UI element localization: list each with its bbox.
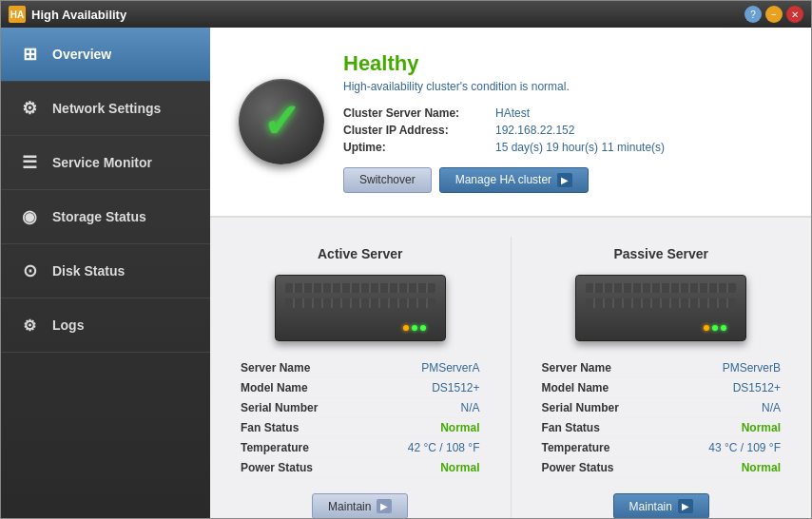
passive-name-value: PMServerB [723, 361, 781, 375]
minimize-button[interactable]: − [765, 6, 783, 23]
passive-model-row: Model Name DS1512+ [542, 378, 782, 398]
overview-icon [16, 41, 43, 67]
active-name-row: Server Name PMServerA [241, 358, 480, 378]
passive-fan-label: Fan Status [542, 421, 600, 434]
server-light-3 [420, 325, 426, 331]
switchover-button[interactable]: Switchover [343, 167, 432, 193]
passive-temp-label: Temperature [542, 441, 610, 454]
cluster-name-row: Cluster Server Name: HAtest [343, 106, 783, 120]
cluster-ip-label: Cluster IP Address: [343, 124, 495, 137]
health-icon-container: ✓ [239, 79, 324, 164]
content-area: ✓ Healthy High-availability cluster's co… [210, 28, 811, 518]
active-fan-label: Fan Status [241, 421, 299, 434]
active-server-title: Active Server [239, 246, 482, 261]
active-maintain-label: Maintain [328, 500, 371, 513]
window-title: High Availability [31, 8, 126, 22]
status-info: Healthy High-availability cluster's cond… [343, 51, 783, 193]
active-serial-value: N/A [460, 401, 479, 414]
help-button[interactable]: ? [744, 6, 762, 23]
active-temp-label: Temperature [241, 441, 309, 454]
passive-power-label: Power Status [542, 461, 614, 474]
active-power-label: Power Status [241, 461, 313, 474]
active-power-value: Normal [440, 461, 479, 474]
passive-server-light-1 [704, 325, 709, 331]
logs-icon [16, 312, 43, 338]
status-subtitle: High-availability cluster's condition is… [343, 80, 783, 93]
active-power-row: Power Status Normal [241, 458, 480, 478]
check-mark-icon: ✓ [261, 94, 301, 149]
sidebar-item-service[interactable]: Service Monitor [1, 136, 210, 190]
sidebar-item-storage[interactable]: Storage Status [1, 190, 210, 244]
action-buttons: Switchover Manage HA cluster ▶ [343, 167, 783, 193]
server-light-1 [403, 325, 409, 331]
passive-server-light-2 [712, 325, 718, 331]
titlebar: HA High Availability ? − ✕ [1, 1, 811, 28]
passive-model-value: DS1512+ [733, 381, 781, 394]
active-server-footer: Maintain ▶ [239, 493, 482, 518]
sidebar-item-network[interactable]: Network Settings [1, 82, 210, 136]
sidebar-item-network-label: Network Settings [52, 101, 161, 116]
active-name-value: PMServerA [421, 361, 479, 375]
passive-fan-value: Normal [742, 421, 781, 434]
main-content: Overview Network Settings Service Monito… [1, 28, 811, 518]
passive-serial-row: Serial Number N/A [542, 398, 782, 418]
active-temp-value: 42 °C / 108 °F [408, 441, 480, 454]
manage-arrow-icon: ▶ [557, 173, 572, 187]
active-maintain-button[interactable]: Maintain ▶ [312, 493, 408, 518]
storage-icon [16, 203, 43, 230]
uptime-label: Uptime: [343, 141, 495, 154]
cluster-ip-row: Cluster IP Address: 192.168.22.152 [343, 124, 783, 137]
active-fan-value: Normal [440, 421, 479, 434]
active-name-label: Server Name [241, 361, 310, 375]
passive-temp-row: Temperature 43 °C / 109 °F [542, 438, 782, 458]
passive-serial-label: Serial Number [542, 401, 619, 414]
status-title: Healthy [343, 51, 783, 76]
active-serial-row: Serial Number N/A [241, 398, 480, 418]
active-model-label: Model Name [241, 381, 308, 394]
close-button[interactable]: ✕ [786, 6, 803, 23]
passive-name-label: Server Name [542, 361, 611, 375]
disk-icon [16, 258, 43, 284]
passive-fan-row: Fan Status Normal [542, 418, 782, 438]
cluster-name-label: Cluster Server Name: [343, 106, 495, 120]
main-window: HA High Availability ? − ✕ Overview Netw… [0, 0, 812, 519]
sidebar-item-disk[interactable]: Disk Status [1, 244, 210, 298]
active-serial-label: Serial Number [241, 401, 318, 414]
passive-server-light-3 [721, 325, 726, 331]
passive-maintain-label: Maintain [629, 500, 672, 513]
passive-power-row: Power Status Normal [542, 458, 782, 478]
passive-server-lights [704, 325, 726, 331]
cluster-name-value: HAtest [495, 106, 530, 120]
active-model-row: Model Name DS1512+ [241, 378, 480, 398]
server-light-2 [412, 325, 417, 331]
passive-server-title: Passive Server [540, 246, 783, 261]
passive-maintain-button[interactable]: Maintain ▶ [613, 493, 709, 518]
status-section: ✓ Healthy High-availability cluster's co… [210, 28, 811, 218]
passive-model-label: Model Name [542, 381, 609, 394]
sidebar-item-service-label: Service Monitor [52, 155, 152, 170]
servers-section: Active Server Server Name PMServerA [210, 218, 811, 518]
active-model-value: DS1512+ [432, 381, 479, 394]
app-icon: HA [9, 6, 26, 23]
network-icon [16, 95, 43, 122]
service-icon [16, 149, 43, 176]
sidebar-item-overview[interactable]: Overview [1, 28, 210, 82]
sidebar-item-logs[interactable]: Logs [1, 298, 210, 353]
passive-serial-value: N/A [762, 401, 781, 414]
sidebar-item-logs-label: Logs [52, 317, 84, 333]
active-server-details: Server Name PMServerA Model Name DS1512+… [239, 356, 482, 480]
cluster-ip-value: 192.168.22.152 [495, 124, 574, 137]
passive-server-details: Server Name PMServerB Model Name DS1512+… [540, 356, 783, 480]
window-controls: ? − ✕ [744, 6, 803, 23]
passive-name-row: Server Name PMServerB [542, 358, 782, 378]
passive-server-footer: Maintain ▶ [540, 493, 783, 518]
passive-power-value: Normal [742, 461, 781, 474]
sidebar-item-overview-label: Overview [52, 47, 111, 62]
passive-temp-value: 43 °C / 109 °F [708, 441, 781, 454]
manage-ha-button[interactable]: Manage HA cluster ▶ [439, 167, 589, 193]
sidebar-item-storage-label: Storage Status [52, 209, 146, 224]
passive-maintain-arrow-icon: ▶ [678, 499, 693, 513]
passive-server-panel: Passive Server Server Name PMServerB [512, 237, 812, 518]
active-server-panel: Active Server Server Name PMServerA [210, 237, 512, 518]
passive-server-image [575, 275, 746, 341]
